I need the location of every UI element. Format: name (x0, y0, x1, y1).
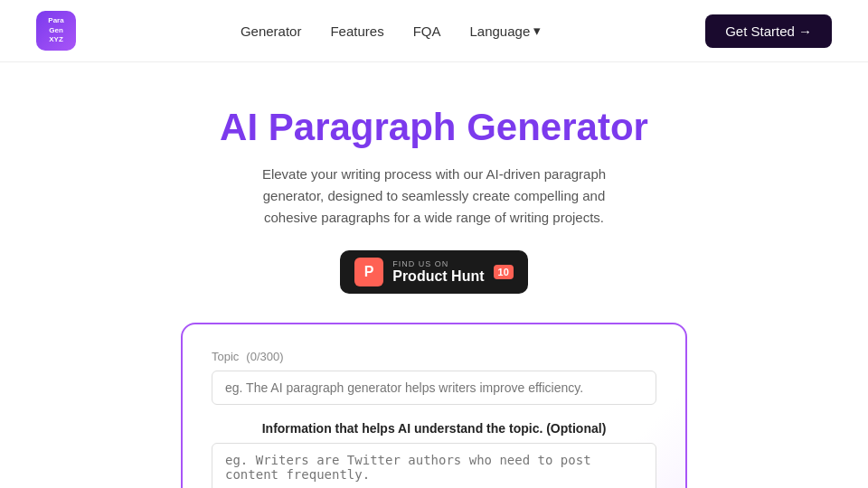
nav-links: Generator Features FQA Language ▾ (241, 23, 541, 39)
ph-find-label: FIND US ON (392, 259, 484, 268)
ph-name-label: Product Hunt (392, 268, 484, 285)
ph-text: FIND US ON Product Hunt (392, 259, 484, 285)
topic-label-row: Topic (0/300) (212, 350, 656, 363)
ph-icon: P (354, 258, 383, 286)
hero-title: AI Paragraph Generator (18, 106, 850, 149)
topic-counter: (0/300) (246, 350, 283, 363)
info-label: Information that helps AI understand the… (212, 421, 656, 436)
hero-description: Elevate your writing process with our AI… (235, 164, 633, 229)
nav-fqa[interactable]: FQA (413, 23, 441, 39)
logo[interactable]: ParaGenXYZ (36, 11, 76, 51)
nav-features[interactable]: Features (330, 23, 383, 39)
generator-form-card: Topic (0/300) Information that helps AI … (181, 323, 687, 488)
topic-label: Topic (212, 350, 239, 363)
topic-input[interactable] (212, 371, 656, 405)
nav-language[interactable]: Language ▾ (469, 23, 541, 39)
product-hunt-badge[interactable]: P FIND US ON Product Hunt 10 (340, 250, 528, 294)
navbar: ParaGenXYZ Generator Features FQA Langua… (0, 0, 868, 62)
ph-count-badge: 10 (494, 265, 514, 279)
info-textarea[interactable] (212, 443, 656, 488)
hero-section: AI Paragraph Generator Elevate your writ… (0, 62, 868, 488)
logo-image: ParaGenXYZ (36, 11, 76, 51)
get-started-button[interactable]: Get Started → (705, 14, 832, 48)
nav-generator[interactable]: Generator (241, 23, 302, 39)
